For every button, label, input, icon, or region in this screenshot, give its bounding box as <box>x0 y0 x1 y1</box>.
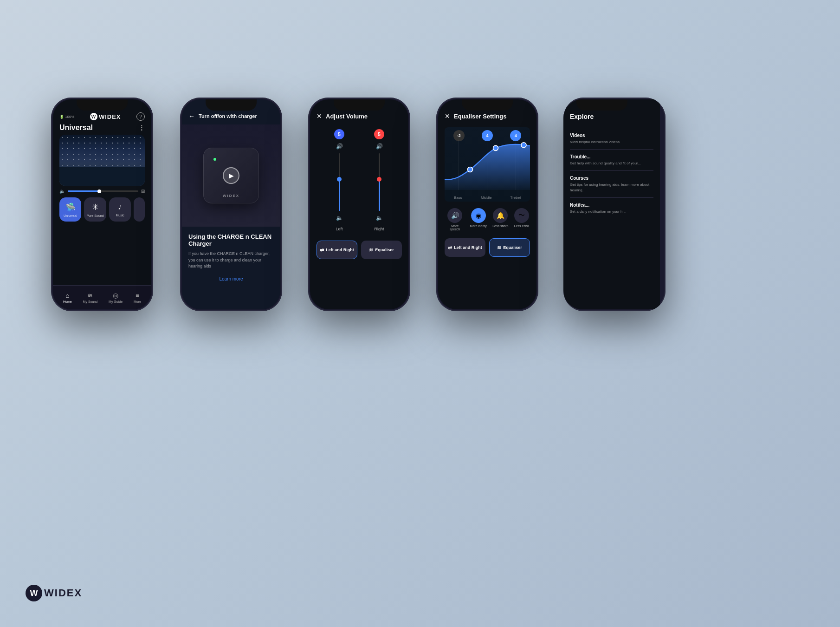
charger-title: Using the CHARGE n CLEAN Charger <box>188 233 274 247</box>
logo-circle-small: W <box>90 113 97 120</box>
back-icon[interactable]: ← <box>188 112 195 120</box>
phone1-content: Universal ⋮ 🔈 ⊞ 🛸 <box>53 124 151 222</box>
right-channel-label: Right <box>374 227 384 231</box>
more-options-icon[interactable]: ⋮ <box>138 124 145 131</box>
nav-item-mysound[interactable]: ≋ My Sound <box>83 292 98 303</box>
treble-label: Trebel <box>510 196 521 200</box>
notch-1 <box>77 99 128 111</box>
app-logo: W WIDEX <box>90 113 121 120</box>
screen-title: Adjust Volume <box>326 113 368 120</box>
learn-more-link[interactable]: Learn more <box>188 276 274 281</box>
more-clarity-icon: ◉ <box>471 208 486 223</box>
eq-left-right-button[interactable]: ⇌ Left and Right <box>445 238 485 257</box>
play-button[interactable]: ▶ <box>223 167 239 184</box>
bottom-nav: ⌂ Home ≋ My Sound ◎ My Guide ≡ More <box>53 285 151 309</box>
volume-slider-row: 🔈 ⊞ <box>59 189 145 194</box>
explore-item-trouble[interactable]: Trouble... Get help with sound quality a… <box>570 150 653 171</box>
eq-title: Equaliser Settings <box>454 113 506 120</box>
charger-desc: If you have the CHARGE n CLEAN charger, … <box>188 251 274 270</box>
volume-track[interactable] <box>68 190 138 192</box>
mysound-icon: ≋ <box>87 292 93 299</box>
eq-dot-treble[interactable] <box>521 143 526 148</box>
right-volume-track[interactable] <box>379 153 380 211</box>
courses-desc: Get tips for using hearing aids, learn m… <box>570 182 653 192</box>
phone4-bottom-buttons: ⇌ Left and Right ≋ Equaliser <box>438 235 536 261</box>
preset-more-speech[interactable]: 🔊 More speech <box>446 208 464 231</box>
battery-indicator: 🔋 100% <box>59 115 74 119</box>
less-echo-icon: 〜 <box>514 208 529 223</box>
hero-image <box>59 135 145 186</box>
eq-icon: ≋ <box>497 245 501 251</box>
explore-item-notifications[interactable]: Notifca... Set a daily notification on y… <box>570 198 653 219</box>
phone-5-screen: Explore Videos View helpful instruction … <box>563 99 660 309</box>
sound-btn-pure-sound[interactable]: ✳ Pure Sound <box>84 197 106 222</box>
phone-4-screen: ✕ Equaliser Settings -2 4 4 <box>438 99 536 309</box>
less-sharp-icon: 🔔 <box>493 208 508 223</box>
eq-chart: -2 4 4 <box>445 127 530 202</box>
left-right-button[interactable]: ⇌ Left and Right <box>317 241 357 259</box>
close-icon[interactable]: ✕ <box>317 112 322 120</box>
nav-item-home[interactable]: ⌂ Home <box>63 292 72 303</box>
phone-3: ✕ Adjust Volume 5 🔊 🔈 Left 5 <box>308 98 410 311</box>
left-volume-thumb[interactable] <box>337 177 342 182</box>
nav-item-myguide[interactable]: ◎ My Guide <box>109 292 123 303</box>
eq-fill <box>445 144 530 190</box>
left-volume-low-icon: 🔈 <box>336 215 343 221</box>
eq-dot-bass[interactable] <box>467 167 472 172</box>
sound-btn-universal[interactable]: 🛸 Universal <box>59 197 81 222</box>
sound-btn-music[interactable]: ♪ Music <box>109 197 131 222</box>
volume-thumb[interactable] <box>97 189 101 193</box>
charger-led <box>213 158 216 161</box>
help-icon[interactable]: ? <box>136 112 145 121</box>
eq-close-icon[interactable]: ✕ <box>445 112 450 120</box>
right-volume-low-icon: 🔈 <box>376 215 383 221</box>
trouble-title: Trouble... <box>570 154 653 159</box>
right-volume-thumb[interactable] <box>377 177 381 182</box>
sound-btn-partial <box>134 197 145 222</box>
sound-programs: 🛸 Universal ✳ Pure Sound ♪ Music <box>59 197 145 222</box>
left-volume-track[interactable] <box>339 153 340 211</box>
phone-3-screen: ✕ Adjust Volume 5 🔊 🔈 Left 5 <box>310 99 408 309</box>
eq-curve <box>445 139 530 190</box>
right-volume-high-icon: 🔊 <box>376 143 383 150</box>
nav-item-more[interactable]: ≡ More <box>134 292 141 303</box>
equaliser-button[interactable]: ≋ Equaliser <box>361 241 402 259</box>
notch-5 <box>576 99 627 111</box>
charger-device: ▶ WIDEX <box>203 148 259 203</box>
volume-sliders: 5 🔊 🔈 Left 5 🔊 🔈 <box>310 124 408 236</box>
explore-item-videos[interactable]: Videos View helpful instruction videos <box>570 128 653 150</box>
right-badge: 5 <box>374 129 384 139</box>
eq-presets: 🔊 More speech ◉ More clarity 🔔 Less shar… <box>438 204 536 235</box>
videos-desc: View helpful instruction videos <box>570 139 653 144</box>
widex-logo: W WIDEX <box>26 585 82 601</box>
eq-dot-mid[interactable] <box>493 145 498 150</box>
phone-4: ✕ Equaliser Settings -2 4 4 <box>436 98 538 311</box>
more-speech-icon: 🔊 <box>447 208 462 223</box>
eq-freq-labels: Bass Middle Trebel <box>445 196 530 200</box>
music-icon: ♪ <box>118 202 122 212</box>
explore-item-courses[interactable]: Courses Get tips for using hearing aids,… <box>570 171 653 197</box>
notch-2 <box>206 99 257 111</box>
page-title: Universal ⋮ <box>59 124 145 132</box>
left-channel-label: Left <box>336 227 342 231</box>
charger-text-area: Using the CHARGE n CLEAN Charger If you … <box>182 227 280 288</box>
phone-1-screen: 🔋 100% W WIDEX ? Universal ⋮ 🔈 <box>53 99 151 309</box>
preset-less-echo[interactable]: 〜 Less echo <box>514 208 529 231</box>
volume-low-icon: 🔈 <box>59 189 65 194</box>
middle-label: Middle <box>481 196 492 200</box>
right-volume-fill <box>379 179 380 211</box>
preset-more-clarity[interactable]: ◉ More clarity <box>470 208 487 231</box>
videos-title: Videos <box>570 133 653 138</box>
left-volume-fill <box>339 179 340 211</box>
more-icon: ≡ <box>136 292 139 299</box>
logo-circle: W <box>26 585 42 601</box>
left-badge: 5 <box>334 129 344 139</box>
home-icon: ⌂ <box>65 292 69 299</box>
volume-fill <box>68 190 99 192</box>
right-channel-slider: 5 🔊 🔈 Right <box>374 129 384 231</box>
eq-equaliser-button[interactable]: ≋ Equaliser <box>489 238 530 257</box>
phone-2: ← Turn off/on with charger ▶ WIDEX Using… <box>180 98 282 311</box>
trouble-desc: Get help with sound quality and fit of y… <box>570 161 653 166</box>
preset-less-sharp[interactable]: 🔔 Less sharp <box>492 208 508 231</box>
universal-icon: 🛸 <box>65 202 76 212</box>
